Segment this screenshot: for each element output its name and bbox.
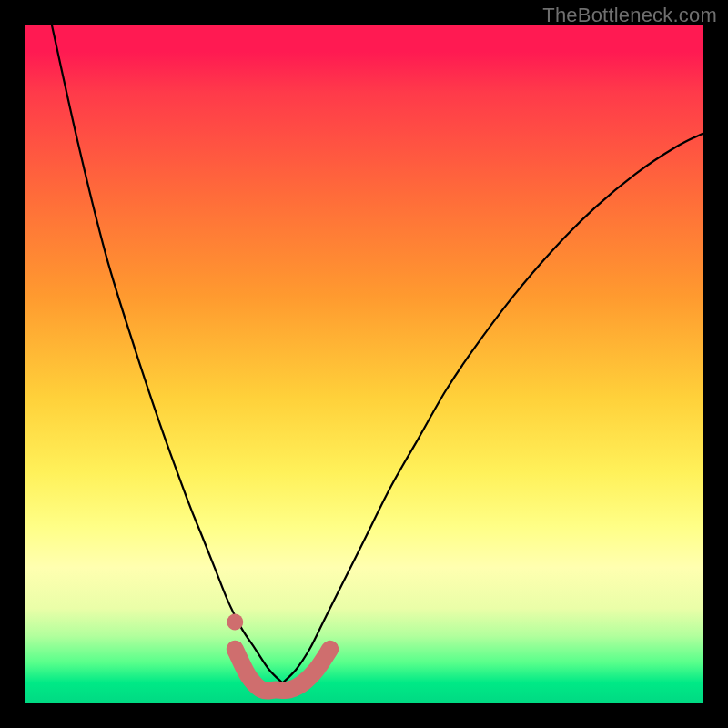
svg-point-0 [227,614,243,631]
chart-frame: TheBottleneck.com [0,0,728,728]
curve-left [52,25,283,683]
chart-svg [25,25,703,703]
marker-band [235,649,329,691]
watermark-text: TheBottleneck.com [542,4,717,27]
plot-area [25,25,703,703]
curve-right [283,133,704,682]
marker-dot [227,614,243,631]
